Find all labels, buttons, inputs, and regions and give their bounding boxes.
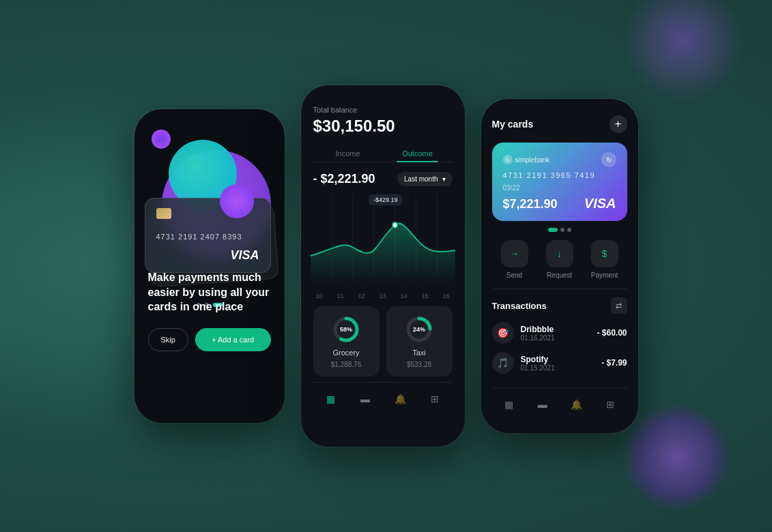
- period-label: Last month: [404, 175, 438, 183]
- total-balance-amount: $30,150.50: [313, 117, 453, 136]
- card-stack: 4731 2191 2407 8393 VISA: [145, 198, 274, 273]
- request-icon: ↓: [546, 240, 573, 267]
- spotify-icon: 🎵: [492, 352, 514, 374]
- card-number-phone1: 4731 2191 2407 8393: [156, 233, 259, 241]
- spotify-date: 01.15.2021: [521, 364, 595, 372]
- grocery-amount: $1,288.76: [331, 361, 362, 368]
- visa-logo-phone3: VISA: [584, 196, 616, 211]
- add-card-button[interactable]: + Add a card: [195, 328, 271, 351]
- dribbble-name: Dribbble: [521, 325, 590, 334]
- chart-x-labels: 10 11 12 13 14 15 16: [313, 293, 453, 299]
- bank-card-top: S simplebank ↻: [503, 152, 616, 167]
- card-expiry: 03/22: [503, 184, 616, 192]
- nav-bell-icon[interactable]: 🔔: [390, 389, 410, 409]
- request-label: Request: [547, 271, 572, 279]
- payment-icon: $: [591, 240, 618, 267]
- phones-container: 4731 2191 2407 8393 VISA Make payments m…: [134, 85, 638, 447]
- categories-row: 58% Grocery $1,288.76 24% Taxi $: [313, 306, 453, 376]
- transaction-dribbble: 🎯 Dribbble 01.16.2021 - $60.00: [492, 322, 627, 344]
- taxi-percent: 24%: [413, 326, 425, 333]
- grocery-percent: 58%: [340, 326, 352, 333]
- card-number-phone3: 4731 2191 3965 7419: [503, 171, 616, 179]
- my-cards-header: My cards +: [492, 115, 627, 133]
- skip-button[interactable]: Skip: [148, 328, 188, 351]
- dribbble-info: Dribbble 01.16.2021: [521, 325, 590, 342]
- phone-2: Total balance $30,150.50 Income Outcome …: [301, 85, 465, 447]
- p3-nav-bell-icon[interactable]: 🔔: [567, 395, 586, 414]
- x-label-3: 13: [379, 293, 386, 299]
- send-action[interactable]: → Send: [501, 240, 528, 279]
- divider: [492, 289, 627, 289]
- p3-nav-chart-icon[interactable]: ▦: [499, 395, 518, 414]
- small-orb: [152, 130, 171, 149]
- phone1-buttons: Skip + Add a card: [148, 328, 271, 351]
- add-card-btn[interactable]: +: [610, 115, 627, 133]
- send-label: Send: [506, 271, 522, 279]
- phone3-nav: ▦ ▬ 🔔 ⊞: [492, 387, 627, 414]
- p3-nav-grid-icon[interactable]: ⊞: [601, 395, 620, 414]
- spotify-amount: - $7.99: [601, 358, 627, 368]
- dribbble-icon: 🎯: [492, 322, 514, 344]
- taxi-amount: $533.28: [407, 361, 431, 368]
- visa-logo-phone1: VISA: [230, 248, 259, 263]
- filter-icon[interactable]: ⇄: [611, 297, 627, 314]
- tabs-row: Income Outcome: [313, 145, 453, 162]
- card-bottom: $7,221.90 VISA: [503, 196, 616, 211]
- orb-bottom-purple: [220, 184, 254, 218]
- bg-decoration-bottom: [622, 402, 731, 512]
- x-label-4: 14: [400, 293, 407, 299]
- refresh-icon[interactable]: ↻: [601, 152, 616, 167]
- bg-decoration-top: [622, 0, 745, 102]
- svg-point-6: [392, 222, 397, 228]
- nav-chart-icon[interactable]: ▦: [321, 389, 340, 409]
- bank-logo-icon: S: [503, 155, 513, 164]
- transactions-title: Transactions: [492, 301, 547, 311]
- phone-3: My cards + S simplebank ↻ 4731 2191 3965…: [481, 99, 638, 433]
- category-taxi: 24% Taxi $533.28: [386, 306, 453, 376]
- x-label-2: 12: [358, 293, 364, 299]
- phone-1: 4731 2191 2407 8393 VISA Make payments m…: [134, 109, 285, 423]
- x-label-6: 16: [442, 293, 449, 299]
- payment-action[interactable]: $ Payment: [591, 240, 618, 279]
- payment-label: Payment: [591, 271, 618, 279]
- bank-card: S simplebank ↻ 4731 2191 3965 7419 03/22…: [492, 143, 627, 221]
- chart-area: -$429.19: [311, 194, 455, 290]
- tab-income[interactable]: Income: [313, 145, 383, 162]
- transaction-spotify: 🎵 Spotify 01.15.2021 - $7.99: [492, 352, 627, 374]
- chart-svg: [311, 194, 455, 283]
- p3-nav-card-icon[interactable]: ▬: [533, 395, 552, 414]
- dribbble-amount: - $60.00: [597, 328, 627, 338]
- send-icon: →: [501, 240, 528, 267]
- spotify-name: Spotify: [521, 355, 595, 364]
- card-chip: [156, 208, 171, 219]
- total-balance-label: Total balance: [313, 106, 453, 114]
- card-dot-2: [560, 228, 564, 232]
- card-dot-3: [567, 228, 571, 232]
- my-cards-title: My cards: [492, 119, 534, 130]
- grocery-name: Grocery: [332, 349, 359, 357]
- chart-tooltip: -$429.19: [369, 194, 403, 205]
- tab-outcome[interactable]: Outcome: [383, 145, 453, 162]
- spotify-info: Spotify 01.15.2021: [521, 355, 595, 372]
- x-label-5: 15: [421, 293, 428, 299]
- donut-grocery: 58%: [331, 314, 361, 344]
- outcome-amount: - $2,221.90: [313, 172, 375, 186]
- card-dots-indicator: [492, 228, 627, 232]
- bank-name-text: simplebank: [515, 156, 550, 164]
- action-buttons: → Send ↓ Request $ Payment: [492, 240, 627, 279]
- donut-taxi: 24%: [404, 314, 434, 344]
- phone1-headline: Make payments much easier by using all y…: [148, 270, 271, 314]
- x-label-0: 10: [316, 293, 323, 299]
- dribbble-date: 01.16.2021: [521, 334, 590, 342]
- card-dot-1: [548, 228, 558, 232]
- bank-name: S simplebank: [503, 155, 550, 164]
- phone1-content: Make payments much easier by using all y…: [148, 270, 271, 351]
- chevron-down-icon: ▾: [442, 175, 446, 183]
- nav-grid-icon[interactable]: ⊞: [425, 389, 444, 409]
- request-action[interactable]: ↓ Request: [546, 240, 573, 279]
- nav-card-icon[interactable]: ▬: [356, 389, 375, 409]
- period-dropdown[interactable]: Last month ▾: [397, 172, 452, 186]
- category-grocery: 58% Grocery $1,288.76: [313, 306, 380, 376]
- phone2-nav: ▦ ▬ 🔔 ⊞: [313, 382, 453, 409]
- outcome-row: - $2,221.90 Last month ▾: [313, 172, 453, 186]
